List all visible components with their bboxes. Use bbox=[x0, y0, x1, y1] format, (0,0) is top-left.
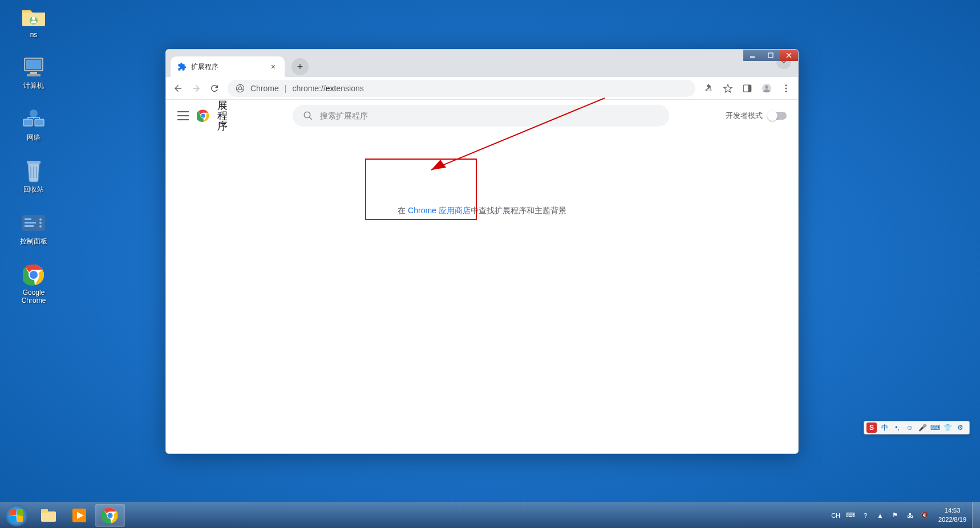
ime-emoji-button[interactable]: ☺ bbox=[905, 423, 914, 432]
network-icon bbox=[20, 108, 47, 131]
tab-title: 扩展程序 bbox=[191, 62, 269, 72]
svg-rect-12 bbox=[25, 222, 36, 224]
svg-point-16 bbox=[39, 225, 42, 228]
ime-toolbar[interactable]: S 中 •, ☺ 🎤 ⌨ 👕 ⚙ bbox=[864, 421, 970, 434]
tray-lang[interactable]: CH bbox=[831, 512, 840, 519]
empty-prefix: 在 bbox=[398, 206, 408, 215]
desktop-icon-recycle[interactable]: 回收站 bbox=[8, 160, 59, 194]
desktop-icon-label: Google Chrome bbox=[22, 289, 46, 304]
system-tray: CH ⌨ ? ▲ ⚑ 🖧 🔇 14:53 2022/8/19 bbox=[825, 502, 972, 528]
chrome-icon bbox=[20, 263, 47, 286]
extension-icon bbox=[177, 62, 187, 71]
svg-rect-4 bbox=[30, 72, 37, 74]
url-field[interactable]: Chrome | chrome://extensions bbox=[228, 80, 695, 97]
desktop-icon-ns[interactable]: ns bbox=[8, 6, 59, 39]
svg-rect-6 bbox=[23, 119, 33, 126]
folder-icon bbox=[20, 6, 47, 29]
tray-keyboard-icon[interactable]: ⌨ bbox=[846, 511, 855, 520]
svg-rect-39 bbox=[17, 509, 23, 515]
url-path-bold: ext bbox=[326, 84, 337, 93]
ime-logo-icon: S bbox=[866, 423, 877, 433]
extensions-search[interactable] bbox=[293, 105, 669, 127]
url-path-rest: ensions bbox=[336, 84, 363, 93]
ime-lang-button[interactable]: 中 bbox=[880, 423, 889, 432]
desktop-icons: ns 计算机 网络 回收站 控制面板 Google Chrome bbox=[8, 6, 59, 322]
tray-up-icon[interactable]: ▲ bbox=[876, 511, 885, 520]
svg-rect-11 bbox=[25, 218, 31, 220]
bookmark-button[interactable] bbox=[723, 83, 733, 94]
menu-button[interactable] bbox=[781, 83, 791, 94]
taskbar-media[interactable] bbox=[64, 504, 94, 527]
main-menu-button[interactable] bbox=[177, 111, 189, 120]
tray-network-icon[interactable]: 🖧 bbox=[905, 511, 914, 520]
ime-skin-button[interactable]: 👕 bbox=[943, 423, 952, 432]
desktop-icon-chrome[interactable]: Google Chrome bbox=[8, 263, 59, 304]
desktop-icon-label: 计算机 bbox=[23, 81, 44, 91]
reload-button[interactable] bbox=[209, 83, 220, 94]
developer-mode-label: 开发者模式 bbox=[726, 111, 763, 121]
svg-point-23 bbox=[238, 87, 241, 90]
url-scheme-label: Chrome bbox=[250, 84, 279, 93]
svg-rect-41 bbox=[17, 516, 23, 522]
desktop-icon-network[interactable]: 网络 bbox=[8, 108, 59, 143]
new-tab-button[interactable]: + bbox=[291, 58, 309, 75]
svg-point-14 bbox=[39, 218, 42, 221]
tray-flag-icon[interactable]: ⚑ bbox=[890, 511, 900, 520]
ime-punct-button[interactable]: •, bbox=[893, 423, 902, 432]
start-button[interactable] bbox=[0, 502, 33, 529]
profile-button[interactable] bbox=[762, 83, 772, 94]
close-button[interactable] bbox=[780, 50, 798, 61]
ime-settings-button[interactable]: ⚙ bbox=[955, 423, 965, 432]
svg-rect-25 bbox=[748, 85, 751, 92]
empty-suffix: 中查找扩展程序和主题背景 bbox=[471, 206, 566, 215]
svg-point-34 bbox=[304, 112, 310, 118]
svg-rect-13 bbox=[25, 225, 34, 227]
svg-point-30 bbox=[785, 90, 787, 92]
tray-help-icon[interactable]: ? bbox=[861, 511, 870, 520]
chrome-scheme-icon bbox=[236, 84, 245, 93]
developer-mode-toggle[interactable] bbox=[768, 112, 787, 120]
tray-time-text: 14:53 bbox=[938, 506, 966, 515]
ime-voice-button[interactable]: 🎤 bbox=[918, 423, 927, 432]
tray-date-text: 2022/8/19 bbox=[938, 515, 966, 524]
desktop-icon-computer[interactable]: 计算机 bbox=[8, 56, 59, 91]
empty-message: 在 Chrome 应用商店中查找扩展程序和主题背景 bbox=[189, 206, 775, 216]
desktop-icon-label: 回收站 bbox=[23, 185, 44, 194]
control-panel-icon bbox=[20, 212, 47, 234]
maximize-button[interactable] bbox=[762, 50, 780, 61]
forward-button[interactable] bbox=[191, 83, 201, 94]
show-desktop-button[interactable] bbox=[972, 502, 980, 529]
svg-point-15 bbox=[39, 222, 42, 224]
svg-point-8 bbox=[30, 109, 38, 117]
svg-rect-20 bbox=[750, 56, 755, 58]
svg-point-37 bbox=[6, 505, 27, 526]
ime-keyboard-button[interactable]: ⌨ bbox=[930, 423, 939, 432]
browser-tab[interactable]: 扩展程序 × bbox=[171, 56, 285, 77]
url-divider: | bbox=[285, 84, 287, 93]
share-button[interactable] bbox=[703, 83, 714, 94]
svg-rect-40 bbox=[10, 516, 16, 522]
tab-close-button[interactable]: × bbox=[269, 61, 278, 72]
svg-point-28 bbox=[785, 84, 787, 86]
tray-volume-icon[interactable]: 🔇 bbox=[920, 511, 929, 520]
svg-rect-42 bbox=[41, 511, 56, 522]
chrome-window: 扩展程序 × + Chrome | chrome://extensions bbox=[165, 49, 799, 454]
extensions-toolbar: 展 程 序 开发者模式 bbox=[166, 100, 798, 132]
side-panel-button[interactable] bbox=[742, 83, 752, 94]
taskbar-chrome[interactable] bbox=[95, 504, 125, 527]
chrome-web-store-link[interactable]: Chrome 应用商店 bbox=[408, 206, 471, 215]
computer-icon bbox=[20, 56, 47, 79]
taskbar: CH ⌨ ? ▲ ⚑ 🖧 🔇 14:53 2022/8/19 bbox=[0, 502, 980, 528]
desktop-icon-label: 网络 bbox=[27, 133, 41, 143]
back-button[interactable] bbox=[173, 83, 183, 94]
svg-rect-21 bbox=[768, 53, 773, 58]
tray-clock[interactable]: 14:53 2022/8/19 bbox=[938, 506, 966, 524]
svg-point-27 bbox=[765, 85, 768, 88]
svg-rect-7 bbox=[35, 119, 44, 126]
minimize-button[interactable] bbox=[743, 50, 762, 61]
taskbar-explorer[interactable] bbox=[34, 504, 63, 527]
desktop-icon-control-panel[interactable]: 控制面板 bbox=[8, 212, 59, 246]
desktop-icon-label: 控制面板 bbox=[20, 237, 47, 246]
search-input[interactable] bbox=[320, 111, 659, 120]
url-path-prefix: chrome:// bbox=[292, 84, 325, 93]
